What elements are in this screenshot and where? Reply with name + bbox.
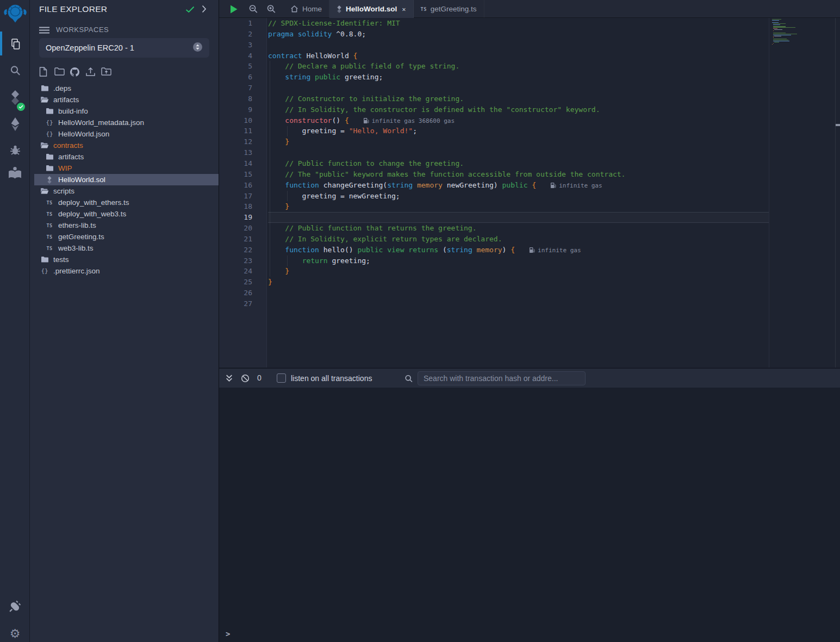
code-line[interactable]: // The "public" keyword makes the functi…: [268, 169, 769, 180]
line-number[interactable]: 19: [219, 212, 266, 223]
code-line[interactable]: contract HelloWorld {: [268, 51, 769, 61]
line-number[interactable]: 20: [219, 223, 266, 234]
collapse-terminal-icon[interactable]: [225, 374, 233, 382]
terminal-console[interactable]: >: [219, 388, 840, 642]
line-number[interactable]: 16: [219, 180, 266, 191]
listen-transactions-checkbox[interactable]: [277, 373, 286, 383]
line-number[interactable]: 18: [219, 201, 266, 212]
tab-Home[interactable]: Home: [283, 0, 329, 18]
tree-item-build-info[interactable]: build-info: [30, 105, 219, 117]
new-folder-icon[interactable]: [54, 67, 65, 78]
tree-item-deploy_with_ethers.ts[interactable]: TSdeploy_with_ethers.ts: [30, 197, 219, 208]
line-number[interactable]: 4: [219, 51, 266, 61]
deploy-run-icon[interactable]: [0, 113, 30, 135]
code-line[interactable]: // Public function that returns the gree…: [268, 223, 769, 234]
github-icon[interactable]: [70, 67, 80, 79]
unit-testing-icon[interactable]: [0, 162, 30, 184]
line-number[interactable]: 11: [219, 126, 266, 136]
zoom-in-icon[interactable]: [263, 0, 279, 18]
upload-folder-icon[interactable]: [101, 67, 111, 78]
line-number[interactable]: 13: [219, 147, 266, 158]
line-number[interactable]: 14: [219, 158, 266, 169]
scrollbar-track[interactable]: [835, 18, 840, 367]
workspace-select[interactable]: OpenZeppelin ERC20 - 1: [39, 38, 209, 58]
code-line[interactable]: }: [268, 201, 769, 212]
tree-item-WIP[interactable]: WIP: [30, 163, 219, 174]
line-number[interactable]: 15: [219, 169, 266, 180]
tree-item-scripts[interactable]: scripts: [30, 185, 219, 197]
line-number[interactable]: 7: [219, 83, 266, 94]
line-number[interactable]: 21: [219, 234, 266, 245]
remix-logo-icon[interactable]: [0, 2, 30, 28]
code-line[interactable]: function hello() public view returns (st…: [268, 245, 769, 255]
hamburger-menu-icon[interactable]: [39, 26, 49, 36]
line-number[interactable]: 17: [219, 191, 266, 202]
code-line[interactable]: }: [268, 136, 769, 147]
line-number[interactable]: 8: [219, 94, 266, 104]
code-line[interactable]: [268, 40, 769, 51]
line-number[interactable]: 23: [219, 255, 266, 266]
transaction-search-input[interactable]: [418, 371, 586, 385]
code-line[interactable]: // Constructor to initialize the greetin…: [268, 94, 769, 104]
code-line[interactable]: [268, 298, 769, 309]
debugger-icon[interactable]: [0, 139, 30, 161]
new-file-icon[interactable]: [39, 67, 47, 79]
line-number[interactable]: 27: [219, 298, 266, 309]
file-explorer-icon[interactable]: [0, 33, 30, 55]
code-line[interactable]: [268, 83, 769, 94]
code-line[interactable]: greeting = "Hello, World!";: [268, 126, 769, 136]
code-line[interactable]: }: [268, 266, 769, 277]
tree-item-deploy_with_web3.ts[interactable]: TSdeploy_with_web3.ts: [30, 208, 219, 220]
upload-file-icon[interactable]: [85, 67, 96, 79]
line-number[interactable]: 22: [219, 245, 266, 255]
close-icon[interactable]: ✕: [402, 5, 406, 13]
code-line[interactable]: pragma solidity ^0.8.0;: [268, 29, 769, 40]
plugin-manager-icon[interactable]: [0, 595, 30, 617]
tree-item-.deps[interactable]: .deps: [30, 83, 219, 94]
line-number[interactable]: 9: [219, 104, 266, 115]
code-line[interactable]: greeting = newGreeting;: [268, 191, 769, 202]
code-line[interactable]: // Declare a public field of type string…: [268, 61, 769, 72]
code-line[interactable]: [268, 288, 769, 298]
code-line[interactable]: [268, 147, 769, 158]
tree-item-contracts[interactable]: contracts: [30, 140, 219, 151]
solidity-compiler-icon[interactable]: [0, 86, 30, 110]
line-number[interactable]: 12: [219, 136, 266, 147]
line-number[interactable]: 3: [219, 40, 266, 51]
line-number[interactable]: 24: [219, 266, 266, 277]
tree-item-HelloWorld.sol[interactable]: HelloWorld.sol: [34, 174, 219, 185]
line-number[interactable]: 26: [219, 288, 266, 298]
tree-item-.prettierrc.json[interactable]: {}.prettierrc.json: [30, 265, 219, 277]
run-script-icon[interactable]: [226, 0, 242, 18]
tab-HelloWorld.sol[interactable]: HelloWorld.sol✕: [329, 0, 414, 18]
code-line[interactable]: [268, 212, 769, 223]
scrollbar-thumb[interactable]: [836, 124, 840, 126]
code-line[interactable]: constructor() {infinite gas 368600 gas: [268, 115, 769, 126]
chevron-right-icon[interactable]: [202, 5, 207, 15]
code-line[interactable]: }: [268, 277, 769, 288]
tab-getGreeting.ts[interactable]: TSgetGreeting.ts: [414, 0, 484, 18]
code-line[interactable]: string public greeting;: [268, 72, 769, 83]
clear-console-icon[interactable]: [241, 374, 250, 383]
tree-item-ethers-lib.ts[interactable]: TSethers-lib.ts: [30, 220, 219, 231]
tree-item-HelloWorld.json[interactable]: {}HelloWorld.json: [30, 128, 219, 140]
line-number[interactable]: 6: [219, 72, 266, 83]
code-line[interactable]: function changeGreeting(string memory ne…: [268, 180, 769, 191]
line-number[interactable]: 5: [219, 61, 266, 72]
code-line[interactable]: // SPDX-License-Identifier: MIT: [268, 18, 769, 29]
code-line[interactable]: // In Solidity, explicit return types ar…: [268, 234, 769, 245]
tree-item-artifacts[interactable]: artifacts: [30, 94, 219, 105]
settings-icon[interactable]: ⚙: [0, 623, 30, 642]
tree-item-tests[interactable]: tests: [30, 254, 219, 265]
code-editor[interactable]: 1234567891011121314151617181920212223242…: [219, 18, 840, 367]
line-number[interactable]: 10: [219, 115, 266, 126]
tree-item-artifacts[interactable]: artifacts: [30, 151, 219, 163]
tree-item-web3-lib.ts[interactable]: TSweb3-lib.ts: [30, 242, 219, 254]
zoom-out-icon[interactable]: [245, 0, 262, 18]
code-line[interactable]: return greeting;: [268, 255, 769, 266]
code-line[interactable]: // In Solidity, the constructor is defin…: [268, 104, 769, 115]
line-number[interactable]: 1: [219, 18, 266, 29]
code-line[interactable]: // Public function to change the greetin…: [268, 158, 769, 169]
search-icon[interactable]: [0, 60, 30, 82]
tree-item-getGreeting.ts[interactable]: TSgetGreeting.ts: [30, 231, 219, 242]
